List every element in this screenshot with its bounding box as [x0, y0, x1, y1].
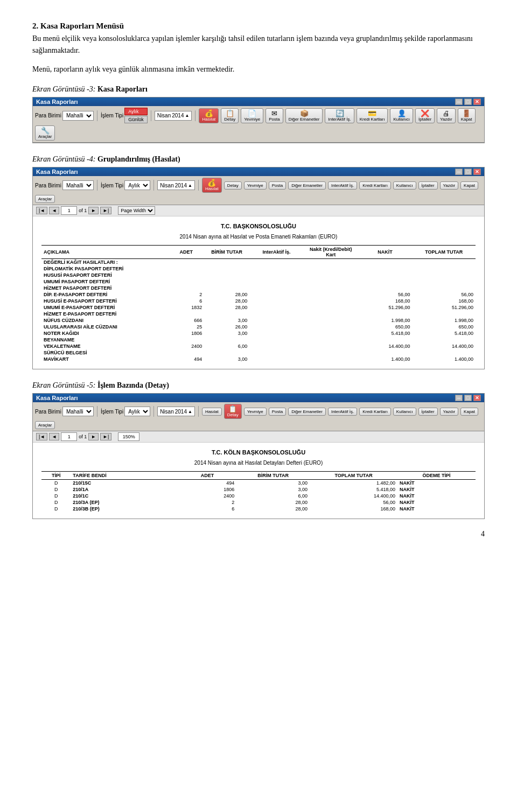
s4-diger-btn[interactable]: Diğer Emanetler [288, 181, 326, 190]
cell-toplam: 14.400,00 [310, 493, 397, 499]
s5-para-select[interactable]: Mahalli [62, 407, 94, 416]
posta-label: Posta [269, 117, 280, 122]
restore-btn5[interactable]: □ [464, 395, 472, 401]
cell-nakit [358, 349, 413, 356]
close-btn5[interactable]: ✕ [473, 395, 481, 401]
cell-tipi: D [41, 493, 71, 499]
s4-date[interactable]: Nisan 2014 ▲ [157, 180, 195, 190]
s4-detay-btn[interactable]: Detay [224, 181, 242, 190]
minimize-btn4[interactable]: ─ [455, 169, 463, 175]
hasilat-btn[interactable]: 💰 Hasılat [199, 108, 219, 123]
kullanici-btn[interactable]: 👤 Kullanıcı [390, 108, 413, 123]
s5-yevmiye-btn[interactable]: Yevmiye [244, 408, 267, 416]
s5-first-btn[interactable]: |◄ [36, 433, 47, 440]
s4-report-table: AÇIKLAMA ADET BİRİM TUTAR InterAktif İş.… [41, 245, 476, 362]
s4-inter-lbl: InterAktif İş. [331, 183, 354, 188]
cell-toplam: 5.418,00 [412, 330, 476, 337]
interaktif-label: InterAktif İş. [328, 117, 351, 122]
posta-btn[interactable]: ✉ Posta [266, 108, 283, 123]
s4-hasilat-btn[interactable]: 💰 Hasılat [202, 178, 222, 193]
detay-btn[interactable]: 📋 Detay [221, 108, 239, 123]
s5-yazdir-btn[interactable]: Yazdır [440, 408, 459, 416]
date-up-icon[interactable]: ▲ [185, 113, 190, 118]
s5-inter-btn[interactable]: InterAktif İş. [328, 408, 357, 416]
s5-kredi-btn[interactable]: Kredi Kartları [359, 408, 391, 416]
cell-tarife: 210/1A [71, 486, 178, 493]
s5-date[interactable]: Nisan 2014 ▲ [157, 407, 195, 416]
cell-toplam: 56,00 [310, 499, 397, 506]
cell-adet: 25 [168, 324, 204, 330]
iptaller-btn[interactable]: ❌ İptaller [415, 108, 435, 123]
cell-desc: UMUMİ PASAPORT DEFTERİ [41, 278, 168, 285]
cell-nakit [358, 265, 413, 272]
cell-birim: 3,00 [204, 317, 249, 324]
s5-report-table: TİPİ TARİFE BENDİ ADET BİRİM TUTAR TOPLA… [41, 471, 476, 512]
s4-hasilat-icon: 💰 [207, 179, 216, 186]
s5-hasilat-btn[interactable]: Hasılat [202, 408, 222, 416]
table-row: HUSUSİ E-PASAPORT DEFTERİ 6 28,00 168,00… [41, 298, 476, 304]
s4-araclar-btn[interactable]: Araçlar [35, 195, 55, 203]
cell-toplam: 14.400,00 [412, 343, 476, 349]
interaktif-btn[interactable]: 🔄 InterAktif İş. [325, 108, 354, 123]
s5-detay-btn[interactable]: 📋 Detay [224, 404, 242, 419]
s4-zoom-select[interactable]: Page Width [118, 206, 155, 215]
cell-tarife: 210/15C [71, 480, 178, 487]
s4-yazdir-btn[interactable]: Yazdır [440, 181, 459, 190]
cell-birim: 28,00 [204, 298, 249, 304]
cell-adet: 494 [168, 356, 204, 362]
date-selector[interactable]: Nisan 2014 ▲ [155, 111, 192, 121]
minimize-btn5[interactable]: ─ [455, 395, 463, 401]
s4-kapat-btn[interactable]: Kapat [460, 181, 478, 190]
cell-nakit: 1.400,00 [358, 356, 413, 362]
s4-first-btn[interactable]: |◄ [36, 207, 47, 214]
s5-posta-lbl: Posta [272, 409, 283, 414]
minimize-button[interactable]: ─ [455, 99, 463, 105]
s4-next-btn[interactable]: ► [88, 207, 99, 214]
cell-desc: HUSUSİ E-PASAPORT DEFTERİ [41, 298, 168, 304]
s5-last-btn[interactable]: ►| [100, 433, 111, 440]
s5-date-up[interactable]: ▲ [188, 409, 192, 414]
cell-desc: UMUMİ E-PASAPORT DEFTERİ [41, 304, 168, 311]
yevmiye-btn[interactable]: 📄 Yevmiye [241, 108, 263, 123]
s5-zoom-input[interactable] [118, 432, 139, 441]
cell-toplam [412, 349, 476, 356]
s5-kullanici-btn[interactable]: Kullanıcı [393, 408, 416, 416]
s4-islem-select[interactable]: Aylık [124, 180, 150, 190]
s5-iptaller-btn[interactable]: İptaller [418, 408, 438, 416]
kredi-btn[interactable]: 💳 Kredi Kartları [357, 108, 388, 123]
close-button[interactable]: ✕ [473, 99, 481, 105]
s4-iptaller-btn[interactable]: İptaller [418, 181, 438, 190]
aylik-btn[interactable]: Aylık [124, 108, 148, 115]
s4-inter-btn[interactable]: InterAktif İş. [328, 181, 357, 190]
s4-posta-btn[interactable]: Posta [269, 181, 286, 190]
restore-button[interactable]: □ [464, 99, 472, 105]
s5-islem-select[interactable]: Aylık [124, 407, 150, 416]
s4-last-btn[interactable]: ►| [100, 207, 111, 214]
s5-kapat-btn[interactable]: Kapat [460, 408, 478, 416]
s5-posta-btn[interactable]: Posta [269, 408, 286, 416]
close-btn4[interactable]: ✕ [473, 169, 481, 175]
s4-page-input[interactable] [61, 206, 77, 215]
araclar-btn[interactable]: 🔧 Araçlar [35, 125, 55, 141]
restore-btn4[interactable]: □ [464, 169, 472, 175]
cell-adet [168, 265, 204, 272]
cell-nakit-kart [304, 356, 358, 362]
s5-page-input[interactable] [61, 432, 77, 441]
yazdir-btn[interactable]: 🖨 Yazdır [437, 108, 456, 123]
para-birimi-select[interactable]: Mahalli [62, 111, 94, 121]
gunluk-btn[interactable]: Günlük [124, 116, 148, 123]
s4-prev-btn[interactable]: ◄ [49, 207, 59, 214]
s5-diger-btn[interactable]: Diğer Emanetler [288, 408, 326, 416]
cell-interaktif [249, 349, 304, 356]
s4-para-select[interactable]: Mahalli [62, 180, 94, 190]
s5-prev-btn[interactable]: ◄ [49, 433, 59, 440]
s5-araclar-btn[interactable]: Araçlar [35, 421, 55, 429]
s4-kullanici-btn[interactable]: Kullanıcı [393, 181, 416, 190]
s4-yevmiye-btn[interactable]: Yevmiye [244, 181, 267, 190]
s5-next-btn[interactable]: ► [88, 433, 99, 440]
s4-kredi-btn[interactable]: Kredi Kartları [359, 181, 391, 190]
kapat-btn[interactable]: 🚪 Kapat [458, 108, 476, 123]
hasilat-label: Hasılat [202, 117, 215, 122]
s4-date-up[interactable]: ▲ [188, 183, 192, 188]
diger-btn[interactable]: 📦 Diğer Emanetler [285, 108, 323, 123]
